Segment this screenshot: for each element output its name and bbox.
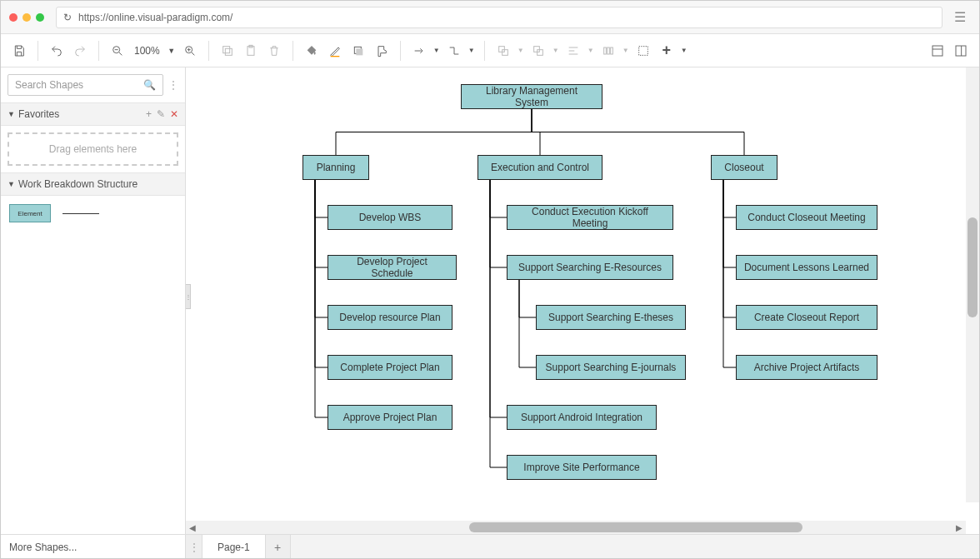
horizontal-scroll-thumb[interactable] [469, 522, 802, 532]
address-bar: ↻ https://online.visual-paradigm.com/ ☰ [1, 1, 979, 34]
tab-menu-icon[interactable]: ⋮ [186, 535, 202, 559]
redo-button[interactable] [70, 41, 90, 61]
delete-button[interactable] [264, 41, 284, 61]
wbs-panel-header[interactable]: ▼ Work Breakdown Structure [1, 172, 185, 196]
add-favorite-icon[interactable]: + [146, 108, 152, 120]
scroll-right-icon[interactable]: ▶ [954, 522, 964, 532]
align-button[interactable] [563, 41, 583, 61]
copy-button[interactable] [218, 41, 238, 61]
collapse-icon: ▼ [8, 180, 15, 188]
favorites-dropzone[interactable]: Drag elements here [8, 132, 178, 166]
to-front-button[interactable] [493, 41, 513, 61]
svg-rect-11 [533, 46, 539, 52]
favorites-panel-header[interactable]: ▼ Favorites + ✎ ✕ [1, 102, 185, 126]
collapse-icon: ▼ [8, 110, 15, 118]
svg-rect-7 [356, 48, 362, 55]
format-painter-button[interactable] [372, 41, 392, 61]
outline-panel-toggle[interactable] [951, 41, 971, 61]
hamburger-menu-icon[interactable]: ☰ [949, 7, 971, 28]
zoom-dropdown-icon[interactable]: ▼ [167, 41, 177, 61]
zoom-in-button[interactable] [180, 41, 200, 61]
url-text: https://online.visual-paradigm.com/ [78, 12, 232, 23]
horizontal-scrollbar[interactable]: ◀ ▶ [186, 521, 966, 534]
shadow-button[interactable] [348, 41, 368, 61]
more-shapes-button[interactable]: More Shapes... [1, 535, 186, 559]
svg-rect-15 [638, 46, 648, 55]
maximize-window-icon[interactable] [36, 13, 44, 22]
svg-rect-14 [610, 47, 612, 54]
format-panel-toggle[interactable] [928, 41, 948, 61]
main-area: Search Shapes 🔍 ⋮ ▼ Favorites + ✎ ✕ Drag… [1, 67, 979, 534]
canvas[interactable]: ⋮ Library Management SystemPlanningExecu… [186, 67, 979, 534]
select-region-button[interactable] [633, 41, 653, 61]
window-controls [9, 13, 44, 22]
palette-connector-shape[interactable] [62, 213, 99, 214]
svg-rect-10 [537, 49, 542, 55]
shape-palette: Element [1, 196, 185, 231]
svg-rect-3 [222, 46, 229, 52]
undo-button[interactable] [47, 41, 67, 61]
minimize-window-icon[interactable] [22, 13, 31, 22]
waypoint-dropdown-icon[interactable]: ▼ [468, 41, 476, 61]
waypoint-style-button[interactable] [444, 41, 464, 61]
add-page-button[interactable]: + [266, 535, 291, 559]
palette-element-shape[interactable]: Element [9, 204, 51, 222]
scroll-left-icon[interactable]: ◀ [188, 522, 198, 532]
svg-rect-8 [498, 46, 504, 52]
svg-rect-12 [603, 47, 606, 54]
zoom-out-button[interactable] [108, 41, 128, 61]
svg-rect-13 [607, 47, 609, 54]
save-button[interactable] [9, 41, 29, 61]
svg-rect-16 [932, 46, 942, 56]
search-shapes-input[interactable]: Search Shapes 🔍 [8, 74, 163, 96]
distribute-button[interactable] [598, 41, 618, 61]
close-window-icon[interactable] [9, 13, 18, 22]
connector-dropdown-icon[interactable]: ▼ [432, 41, 441, 61]
vertical-scrollbar[interactable] [966, 67, 979, 502]
svg-rect-2 [225, 48, 232, 55]
page-tab[interactable]: Page-1 [202, 535, 266, 559]
fill-color-button[interactable] [302, 41, 322, 61]
edit-favorite-icon[interactable]: ✎ [157, 108, 165, 120]
svg-rect-9 [502, 49, 508, 55]
toolbar: 100% ▼ ▼ ▼ ▼ ▼ ▼ ▼ + ▼ [1, 34, 979, 67]
search-menu-icon[interactable]: ⋮ [168, 79, 178, 91]
to-back-button[interactable] [528, 41, 548, 61]
footer: More Shapes... ⋮ Page-1 + [1, 534, 979, 559]
zoom-level[interactable]: 100% [131, 45, 163, 57]
page-tabs: ⋮ Page-1 + [186, 535, 979, 559]
vertical-scroll-thumb[interactable] [968, 217, 978, 317]
remove-favorite-icon[interactable]: ✕ [170, 108, 178, 120]
reload-icon[interactable]: ↻ [63, 12, 72, 23]
line-color-button[interactable] [325, 41, 345, 61]
search-icon: 🔍 [143, 79, 156, 91]
svg-rect-17 [956, 46, 966, 56]
url-field[interactable]: ↻ https://online.visual-paradigm.com/ [56, 7, 942, 28]
add-button[interactable]: + [657, 41, 677, 61]
connector-style-button[interactable] [409, 41, 429, 61]
sidebar: Search Shapes 🔍 ⋮ ▼ Favorites + ✎ ✕ Drag… [1, 67, 186, 534]
paste-button[interactable] [241, 41, 261, 61]
